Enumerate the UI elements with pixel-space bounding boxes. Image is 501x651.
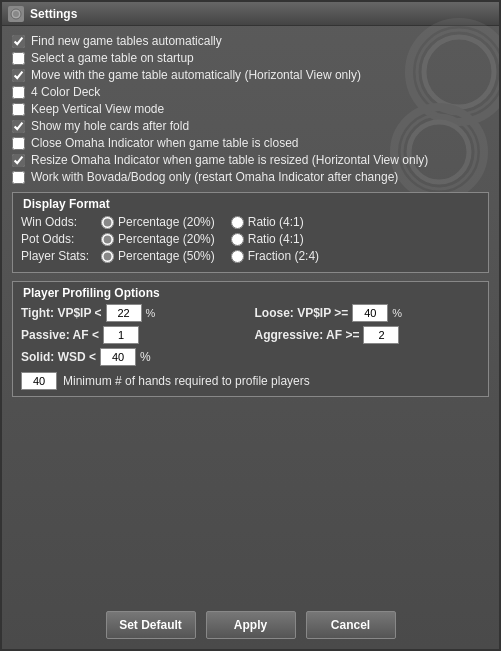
checkbox-row-cb5: Keep Vertical View mode — [12, 102, 489, 116]
radio-option-label-2-1: Fraction (2:4) — [248, 249, 319, 263]
display-format-title: Display Format — [21, 197, 112, 211]
checkbox-row-cb6: Show my hole cards after fold — [12, 119, 489, 133]
checkbox-row-cb1: Find new game tables automatically — [12, 34, 489, 48]
checkbox-cb9[interactable] — [12, 171, 25, 184]
checkbox-row-cb3: Move with the game table automatically (… — [12, 68, 489, 82]
radio-option-2-0: Percentage (50%) — [101, 249, 215, 263]
checkbox-cb4[interactable] — [12, 86, 25, 99]
radio-input-0-1[interactable] — [231, 216, 244, 229]
radio-input-2-1[interactable] — [231, 250, 244, 263]
settings-window: Settings Find new game tables automatica… — [0, 0, 501, 651]
radio-option-label-0-1: Ratio (4:1) — [248, 215, 304, 229]
radio-input-0-0[interactable] — [101, 216, 114, 229]
min-hands-label: Minimum # of hands required to profile p… — [63, 374, 310, 388]
solid-row: Solid: WSD < % — [21, 348, 480, 366]
radio-option-0-0: Percentage (20%) — [101, 215, 215, 229]
checkbox-label-cb6: Show my hole cards after fold — [31, 119, 189, 133]
svg-point-7 — [13, 11, 19, 17]
min-hands-input[interactable] — [21, 372, 57, 390]
profiling-grid: Tight: VP$IP < % Loose: VP$IP >= % Passi… — [21, 304, 480, 344]
checkbox-label-cb5: Keep Vertical View mode — [31, 102, 164, 116]
radio-row-label-2: Player Stats: — [21, 249, 101, 263]
checkbox-row-cb9: Work with Bovada/Bodog only (restart Oma… — [12, 170, 489, 184]
titlebar: Settings — [2, 2, 499, 26]
radio-option-1-1: Ratio (4:1) — [231, 232, 304, 246]
radio-row-1: Pot Odds:Percentage (20%)Ratio (4:1) — [21, 232, 480, 246]
checkbox-cb6[interactable] — [12, 120, 25, 133]
checkbox-cb3[interactable] — [12, 69, 25, 82]
checkbox-row-cb7: Close Omaha Indicator when game table is… — [12, 136, 489, 150]
solid-label: Solid: WSD < — [21, 350, 96, 364]
radio-option-label-2-0: Percentage (50%) — [118, 249, 215, 263]
checkbox-cb8[interactable] — [12, 154, 25, 167]
checkbox-label-cb3: Move with the game table automatically (… — [31, 68, 361, 82]
window-icon — [8, 6, 24, 22]
checkbox-row-cb4: 4 Color Deck — [12, 85, 489, 99]
main-content: Find new game tables automaticallySelect… — [2, 26, 499, 411]
radio-row-label-0: Win Odds: — [21, 215, 101, 229]
radio-input-2-0[interactable] — [101, 250, 114, 263]
radio-option-label-1-0: Percentage (20%) — [118, 232, 215, 246]
aggressive-input[interactable] — [363, 326, 399, 344]
set-default-button[interactable]: Set Default — [106, 611, 196, 639]
tight-unit: % — [146, 307, 156, 319]
tight-input[interactable] — [106, 304, 142, 322]
player-profiling-title: Player Profiling Options — [21, 286, 162, 300]
cancel-button[interactable]: Cancel — [306, 611, 396, 639]
checkboxes-section: Find new game tables automaticallySelect… — [12, 34, 489, 184]
checkbox-cb5[interactable] — [12, 103, 25, 116]
radio-row-0: Win Odds:Percentage (20%)Ratio (4:1) — [21, 215, 480, 229]
checkbox-row-cb8: Resize Omaha Indicator when game table i… — [12, 153, 489, 167]
loose-label: Loose: VP$IP >= — [255, 306, 349, 320]
aggressive-row: Aggressive: AF >= — [255, 326, 481, 344]
checkbox-cb2[interactable] — [12, 52, 25, 65]
passive-row: Passive: AF < — [21, 326, 247, 344]
display-format-rows: Win Odds:Percentage (20%)Ratio (4:1)Pot … — [21, 215, 480, 263]
checkbox-label-cb8: Resize Omaha Indicator when game table i… — [31, 153, 428, 167]
apply-button[interactable]: Apply — [206, 611, 296, 639]
loose-unit: % — [392, 307, 402, 319]
solid-unit: % — [140, 350, 151, 364]
radio-input-1-0[interactable] — [101, 233, 114, 246]
radio-option-1-0: Percentage (20%) — [101, 232, 215, 246]
solid-input[interactable] — [100, 348, 136, 366]
checkbox-label-cb4: 4 Color Deck — [31, 85, 100, 99]
loose-row: Loose: VP$IP >= % — [255, 304, 481, 322]
checkbox-label-cb2: Select a game table on startup — [31, 51, 194, 65]
radio-option-label-1-1: Ratio (4:1) — [248, 232, 304, 246]
checkbox-label-cb9: Work with Bovada/Bodog only (restart Oma… — [31, 170, 398, 184]
tight-row: Tight: VP$IP < % — [21, 304, 247, 322]
passive-label: Passive: AF < — [21, 328, 99, 342]
passive-input[interactable] — [103, 326, 139, 344]
radio-option-label-0-0: Percentage (20%) — [118, 215, 215, 229]
loose-input[interactable] — [352, 304, 388, 322]
checkbox-label-cb1: Find new game tables automatically — [31, 34, 222, 48]
radio-row-2: Player Stats:Percentage (50%)Fraction (2… — [21, 249, 480, 263]
radio-input-1-1[interactable] — [231, 233, 244, 246]
radio-option-2-1: Fraction (2:4) — [231, 249, 319, 263]
checkbox-cb1[interactable] — [12, 35, 25, 48]
tight-label: Tight: VP$IP < — [21, 306, 102, 320]
checkbox-cb7[interactable] — [12, 137, 25, 150]
min-hands-row: Minimum # of hands required to profile p… — [21, 372, 480, 390]
window-title: Settings — [30, 7, 77, 21]
player-profiling-section: Player Profiling Options Tight: VP$IP < … — [12, 281, 489, 397]
checkbox-label-cb7: Close Omaha Indicator when game table is… — [31, 136, 298, 150]
aggressive-label: Aggressive: AF >= — [255, 328, 360, 342]
radio-row-label-1: Pot Odds: — [21, 232, 101, 246]
checkbox-row-cb2: Select a game table on startup — [12, 51, 489, 65]
footer: Set Default Apply Cancel — [2, 611, 499, 639]
display-format-section: Display Format Win Odds:Percentage (20%)… — [12, 192, 489, 273]
radio-option-0-1: Ratio (4:1) — [231, 215, 304, 229]
